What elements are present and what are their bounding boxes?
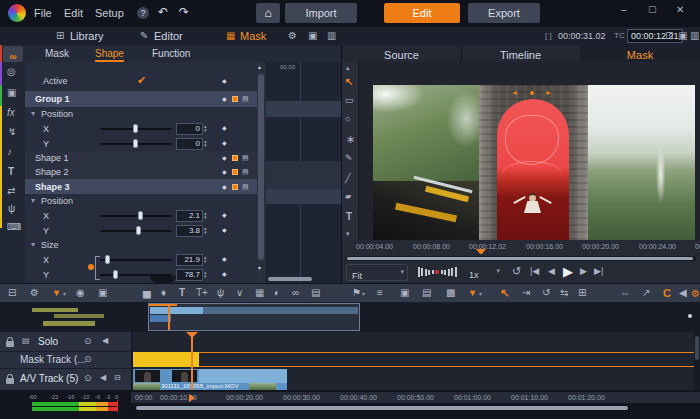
send-to-timeline-icon[interactable]: ↗ [642, 288, 650, 298]
tools-scroll-down-icon[interactable]: ▾ [346, 230, 350, 238]
track-row-solo[interactable]: ▤ Solo ⊙ ◀ [0, 332, 131, 352]
param-row-size[interactable]: ▾ Size [25, 238, 257, 252]
param-scroll-up-icon[interactable]: ▴ [258, 63, 261, 70]
panel-collapse-handle[interactable] [150, 276, 176, 283]
marker-icon[interactable]: ▼ [468, 288, 477, 298]
rotate-icon[interactable]: ↺ [542, 288, 550, 298]
keyframe-area[interactable]: 00.00 [266, 62, 341, 283]
current-timecode[interactable]: 00:00:12.21 [627, 29, 683, 43]
link-icon[interactable]: ∞ [292, 288, 299, 298]
music-category-icon[interactable]: ♪ [7, 147, 12, 157]
sizex-value[interactable]: 21.9 [176, 254, 203, 266]
edit-button[interactable]: Edit [384, 3, 460, 23]
posx-slider-thumb[interactable] [138, 211, 143, 220]
titles-category-icon[interactable]: T [8, 167, 14, 177]
audio-monitor-icon[interactable]: ◀ [679, 288, 687, 298]
tab-editor[interactable]: Editor [154, 30, 183, 42]
bolt-category-icon[interactable]: ↯ [8, 127, 16, 137]
audio-ducking-icon[interactable]: ⇔ [620, 288, 630, 298]
timeline-ruler[interactable]: 00:00 00:00:10.00 00:00:20.00 00:00:30.0… [131, 392, 700, 403]
strip-item-mask-active[interactable]: ∞ [3, 46, 23, 62]
active-keyframe-icon[interactable]: ◆ [222, 78, 227, 84]
magic-wand-tool-icon[interactable]: ∗ [346, 134, 355, 145]
posx-stepper[interactable]: ▴▾ [204, 211, 207, 219]
sizey-value[interactable]: 78.7 [176, 269, 203, 281]
preview-scrollbar-thumb[interactable] [347, 257, 693, 260]
shape3-trash-icon[interactable]: ▤ [242, 183, 249, 190]
param-scrollbar[interactable]: ▴ ▾ [257, 62, 265, 283]
track-vscrollbar[interactable] [694, 332, 700, 390]
navigator-view-window[interactable] [148, 303, 360, 331]
mask-handle-center-icon[interactable] [530, 91, 534, 95]
export-button[interactable]: Export [468, 3, 540, 23]
close-icon[interactable]: ✕ [676, 5, 684, 15]
camera-icon[interactable]: ▣ [400, 288, 409, 298]
posy-stepper[interactable]: ▴▾ [204, 226, 207, 234]
line-tool-icon[interactable]: ╱ [345, 174, 350, 183]
audio-mixer-icon[interactable]: ▅ [143, 288, 151, 298]
posx-keyframe-icon[interactable]: ◆ [222, 212, 227, 218]
frame-back-button[interactable]: ◀ [548, 267, 555, 276]
ellipse-tool-icon[interactable]: ○ [345, 115, 350, 124]
posy-slider[interactable] [100, 230, 172, 232]
groupy-slider[interactable] [100, 143, 172, 145]
dual-view-icon[interactable]: ▥ [327, 31, 336, 41]
magnet-icon[interactable]: ♦ [161, 288, 166, 298]
posx-slider[interactable] [100, 215, 172, 217]
subtitle-tool-icon[interactable]: T+ [196, 288, 208, 298]
magnetic-snap-icon[interactable]: C [663, 287, 671, 299]
slip-icon[interactable]: ⇆ [560, 288, 568, 298]
sizey-slider-thumb[interactable] [113, 270, 118, 279]
timeline-playhead-line[interactable] [191, 332, 193, 390]
group1-trash-icon[interactable]: ▤ [242, 95, 249, 102]
sizex-slider-thumb[interactable] [105, 255, 110, 264]
track-row-av[interactable]: A/V Track (5) ⊙ ◀ ⊟ [0, 368, 131, 390]
groupx-slider[interactable] [100, 128, 172, 130]
minimize-icon[interactable]: – [621, 5, 627, 15]
zoom-fit-dropdown[interactable]: Fit ▾ [346, 264, 408, 281]
groupy-value[interactable]: 0 [176, 138, 203, 150]
play-button[interactable]: ▶ [563, 264, 573, 279]
groupx-keyframe-icon[interactable]: ◆ [222, 125, 227, 131]
voiceover-icon[interactable]: ψ [217, 288, 224, 298]
timeline-settings-gear-icon[interactable]: ⚙ [30, 288, 39, 298]
group1-keyframe-icon[interactable]: ◆ [222, 96, 227, 102]
sizey-stepper[interactable]: ▴▾ [204, 270, 207, 278]
shape2-trash-icon[interactable]: ▤ [242, 168, 249, 175]
sizey-keyframe-icon[interactable]: ◆ [222, 271, 227, 277]
skip-start-button[interactable]: |◀ [530, 267, 539, 276]
groupx-value[interactable]: 0 [176, 123, 203, 135]
posy-value[interactable]: 3.8 [176, 225, 203, 237]
text-tool-icon[interactable]: T [346, 212, 352, 222]
rectangle-tool-icon[interactable]: ▭ [345, 96, 354, 105]
flag-caret-icon[interactable]: ▾ [362, 290, 365, 297]
pip-icon[interactable]: ⊞ [578, 288, 586, 298]
filter-caret-icon[interactable]: ▾ [63, 290, 66, 297]
fx-category-icon[interactable]: fx [7, 108, 15, 118]
undo-icon[interactable]: ↶ [158, 6, 168, 18]
pen-tool-icon[interactable]: ✎ [345, 154, 353, 163]
pos1-collapse-icon[interactable]: ▾ [31, 109, 35, 118]
speed-dropdown[interactable]: 1x ▾ [466, 264, 502, 279]
av-keyboard-icon[interactable]: ⊟ [114, 374, 121, 382]
eraser-tool-icon[interactable]: ▰ [345, 193, 351, 201]
sizex-keyframe-icon[interactable]: ◆ [222, 256, 227, 262]
storyboard-icon[interactable]: ⊟ [8, 288, 16, 298]
copy-frame-icon[interactable]: ▣ [678, 31, 687, 41]
track-vscroll-thumb[interactable] [695, 336, 699, 360]
menu-file[interactable]: File [34, 7, 52, 19]
flag-icon[interactable]: ⚑ [352, 288, 361, 298]
av-clip[interactable]: 301111_165058_import.MOV [133, 369, 287, 390]
param-row-shape1[interactable]: Shape 1 ◆ ▤ [25, 151, 257, 165]
wrench-icon[interactable]: ⚙ [288, 31, 297, 41]
shape1-trash-icon[interactable]: ▤ [242, 154, 249, 161]
solo-eye-icon[interactable]: ⊙ [84, 337, 92, 346]
groupy-keyframe-icon[interactable]: ◆ [222, 140, 227, 146]
toolbar-settings-icon[interactable]: ⚙ [691, 288, 700, 299]
loop-button[interactable]: ↺ [512, 266, 521, 277]
dual-monitor-icon[interactable]: ▥ [690, 31, 699, 41]
groupy-slider-thumb[interactable] [133, 139, 138, 148]
size-collapse-icon[interactable]: ▾ [31, 240, 35, 249]
param-row-pos1[interactable]: ▾ Position [25, 107, 257, 121]
active-checkbox[interactable]: ✔ [137, 74, 146, 87]
